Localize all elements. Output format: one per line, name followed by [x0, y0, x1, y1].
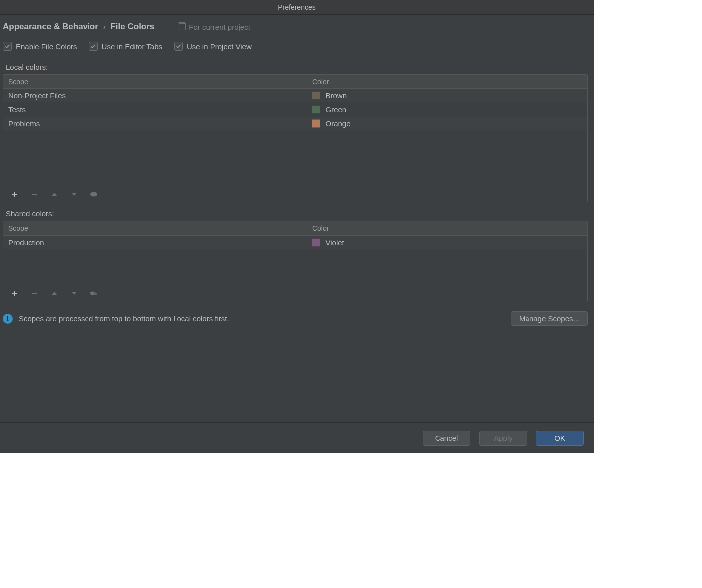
- color-swatch: [312, 119, 320, 128]
- checkbox-use-in-editor-tabs[interactable]: Use in Editor Tabs: [89, 42, 162, 51]
- info-row: i Scopes are processed from top to botto…: [3, 311, 588, 326]
- content-area: Appearance & Behavior › File Colors For …: [0, 15, 594, 422]
- color-name: Violet: [325, 238, 344, 247]
- check-icon: [3, 42, 12, 51]
- shared-colors-table: Scope Color ProductionViolet: [3, 221, 588, 301]
- table-header-row: Scope Color: [3, 221, 587, 236]
- check-icon: [89, 42, 98, 51]
- titlebar: Preferences: [0, 0, 594, 15]
- col-scope[interactable]: Scope: [3, 221, 307, 236]
- ok-button[interactable]: OK: [536, 431, 584, 446]
- checkbox-enable-file-colors[interactable]: Enable File Colors: [3, 42, 77, 51]
- table-row[interactable]: TestsGreen: [3, 103, 587, 117]
- shared-table-toolbar: [3, 285, 587, 301]
- color-cell: Orange: [307, 117, 587, 131]
- color-cell: Brown: [307, 89, 587, 103]
- table-row[interactable]: Non-Project FilesBrown: [3, 89, 587, 103]
- color-cell: Violet: [307, 236, 587, 250]
- col-color[interactable]: Color: [307, 221, 587, 236]
- add-button[interactable]: [10, 289, 18, 297]
- remove-button[interactable]: [30, 190, 38, 198]
- svg-point-0: [90, 192, 97, 196]
- svg-point-2: [93, 292, 97, 295]
- checkbox-label: Enable File Colors: [16, 42, 77, 51]
- table-header-row: Scope Color: [3, 75, 587, 89]
- breadcrumb-row: Appearance & Behavior › File Colors For …: [3, 22, 588, 32]
- check-icon: [174, 42, 183, 51]
- shared-colors-label: Shared colors:: [3, 209, 588, 218]
- unshare-button[interactable]: [90, 289, 98, 297]
- breadcrumb-current: File Colors: [110, 22, 154, 32]
- window-title: Preferences: [278, 3, 315, 11]
- breadcrumb-separator: ›: [103, 23, 106, 31]
- scope-cell: Production: [3, 236, 307, 250]
- manage-scopes-button[interactable]: Manage Scopes...: [511, 311, 588, 326]
- dialog-footer: Cancel Apply OK: [0, 422, 594, 453]
- project-scope-indicator: For current project: [179, 23, 250, 31]
- color-swatch: [312, 91, 320, 100]
- scope-cell: Non-Project Files: [3, 89, 307, 103]
- move-down-button[interactable]: [70, 289, 78, 297]
- col-scope[interactable]: Scope: [3, 75, 307, 89]
- info-icon: i: [3, 314, 13, 324]
- checkbox-use-in-project-view[interactable]: Use in Project View: [174, 42, 252, 51]
- project-scope-label: For current project: [189, 23, 250, 31]
- breadcrumb: Appearance & Behavior › File Colors: [3, 22, 154, 32]
- remove-button[interactable]: [30, 289, 38, 297]
- color-name: Green: [325, 105, 346, 114]
- color-swatch: [312, 105, 320, 114]
- cancel-button[interactable]: Cancel: [423, 431, 470, 446]
- table-row[interactable]: ProductionViolet: [3, 236, 587, 250]
- info-text: Scopes are processed from top to bottom …: [19, 314, 505, 323]
- color-name: Orange: [325, 119, 350, 128]
- col-color[interactable]: Color: [307, 75, 587, 89]
- color-cell: Green: [307, 103, 587, 117]
- preferences-window: Preferences Appearance & Behavior › File…: [0, 0, 594, 453]
- move-up-button[interactable]: [50, 190, 58, 198]
- table-row[interactable]: ProblemsOrange: [3, 117, 587, 131]
- scope-cell: Tests: [3, 103, 307, 117]
- color-name: Brown: [325, 91, 347, 100]
- checkbox-row: Enable File Colors Use in Editor Tabs Us…: [3, 42, 588, 51]
- breadcrumb-parent[interactable]: Appearance & Behavior: [3, 22, 98, 32]
- color-swatch: [312, 238, 320, 247]
- share-button[interactable]: [90, 190, 98, 198]
- apply-button[interactable]: Apply: [479, 431, 527, 446]
- local-colors-table: Scope Color Non-Project FilesBrownTestsG…: [3, 74, 588, 202]
- project-scope-icon: [179, 23, 186, 30]
- checkbox-label: Use in Editor Tabs: [102, 42, 162, 51]
- add-button[interactable]: [10, 190, 18, 198]
- move-up-button[interactable]: [50, 289, 58, 297]
- scope-cell: Problems: [3, 117, 307, 131]
- local-colors-label: Local colors:: [3, 63, 588, 71]
- move-down-button[interactable]: [70, 190, 78, 198]
- local-table-toolbar: [3, 186, 587, 202]
- checkbox-label: Use in Project View: [187, 42, 252, 51]
